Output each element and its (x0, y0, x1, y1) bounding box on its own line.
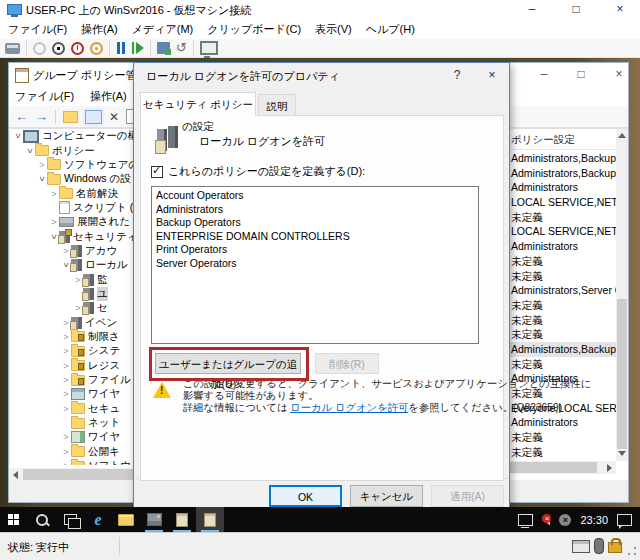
delete-icon[interactable]: ✕ (109, 110, 119, 124)
resume-icon[interactable] (132, 42, 144, 54)
list-vertical-scrollbar[interactable] (616, 129, 628, 461)
start-button[interactable] (0, 507, 28, 532)
policy-help-link[interactable]: ローカル ログオンを許可 (290, 402, 408, 413)
tree-item[interactable]: >アカウ (10, 244, 140, 258)
policy-setting-row[interactable]: LOCAL SERVICE,NETWO (507, 195, 617, 210)
policy-setting-row[interactable]: 未定義 (507, 298, 617, 313)
tree-item[interactable]: >展開された (10, 215, 140, 229)
policy-setting-row[interactable]: 未定義 (507, 254, 617, 269)
revert-icon[interactable]: ↺ (176, 42, 187, 54)
cancel-button[interactable]: キャンセル (350, 485, 423, 507)
tree-item[interactable]: >システ (10, 344, 140, 358)
policy-setting-row[interactable]: 未定義 (507, 269, 617, 284)
menu-item[interactable]: ヘルプ(H) (366, 22, 415, 37)
define-policy-checkbox[interactable] (151, 166, 163, 178)
tree-item[interactable]: >ワイヤ (10, 430, 140, 444)
scroll-right-icon[interactable] (607, 464, 612, 472)
policy-setting-row[interactable]: 未定義 (507, 357, 617, 372)
member-list-item[interactable]: Server Operators (152, 257, 478, 271)
scrollbar-thumb[interactable] (617, 299, 627, 449)
network-icon[interactable] (518, 514, 533, 526)
policy-setting-row[interactable]: Administrators (507, 415, 617, 430)
action-center-icon[interactable] (617, 514, 632, 526)
chevron-right-icon[interactable]: > (61, 375, 71, 385)
tree-item[interactable]: >レジス (10, 359, 140, 373)
tree-item[interactable]: >ソフトウ (10, 459, 140, 465)
chevron-down-icon[interactable]: > (37, 174, 47, 184)
save-state-icon[interactable] (90, 42, 103, 55)
list-horizontal-scrollbar[interactable] (507, 461, 616, 474)
tree-item[interactable]: >監 (10, 272, 140, 286)
chevron-right-icon[interactable]: > (61, 432, 71, 442)
member-list-item[interactable]: Print Operators (152, 243, 478, 257)
member-list-item[interactable]: Account Operators (152, 189, 478, 203)
tree-item[interactable]: >イベン (10, 315, 140, 329)
enhanced-session-icon[interactable] (200, 41, 218, 55)
tree-item[interactable]: ネット (10, 416, 140, 430)
gpo-editor-taskbar-button[interactable] (196, 507, 224, 532)
tree-item[interactable]: ユ (10, 287, 140, 301)
menu-item[interactable]: メディア(M) (132, 22, 194, 37)
gpmc-button[interactable] (168, 507, 196, 532)
scrollbar-thumb[interactable] (23, 469, 135, 480)
task-view-button[interactable] (56, 507, 84, 532)
tree-item[interactable]: >名前解決 (10, 186, 140, 200)
menu-item[interactable]: 操作(A) (90, 89, 127, 104)
chevron-right-icon[interactable]: > (61, 361, 71, 371)
chevron-right-icon[interactable]: > (49, 189, 59, 199)
tab-description[interactable]: 説明 (258, 94, 296, 116)
forward-icon[interactable]: → (35, 110, 48, 124)
tree-item[interactable]: スクリプト ( (10, 201, 140, 215)
policy-setting-row[interactable]: 未定義 (507, 327, 617, 342)
chevron-right-icon[interactable]: > (49, 217, 59, 227)
policy-setting-row[interactable]: Administrators,Server C (507, 283, 617, 298)
ok-button[interactable]: OK (269, 485, 342, 507)
policy-setting-row[interactable]: 未定義 (507, 210, 617, 225)
vm-maximize-button[interactable]: □ (560, 0, 592, 20)
shut-down-icon[interactable] (71, 42, 84, 55)
tree-item[interactable]: >ソフトウェアの設 (10, 158, 140, 172)
server-manager-button[interactable] (140, 507, 168, 532)
tree-item[interactable]: >ワイヤ (10, 387, 140, 401)
help-icon[interactable]: ? (442, 66, 472, 86)
member-list-item[interactable]: ENTERPRISE DOMAIN CONTROLLERS (152, 230, 478, 244)
taskbar-clock[interactable]: 23:30 (580, 514, 608, 526)
gpo-close-button[interactable]: × (605, 65, 633, 85)
chevron-right-icon[interactable]: > (61, 332, 71, 342)
chevron-right-icon[interactable]: > (61, 461, 71, 465)
turn-off-icon[interactable] (52, 42, 65, 55)
chevron-right-icon[interactable]: > (61, 389, 71, 399)
scroll-up-icon[interactable] (618, 133, 626, 138)
policy-setting-row[interactable]: Administrators (507, 239, 617, 254)
policy-setting-row[interactable]: Administrators,Backup (507, 151, 617, 166)
status-x-icon[interactable]: × (559, 514, 571, 526)
up-folder-icon[interactable] (63, 111, 78, 123)
menu-item[interactable]: ファイル(F) (15, 89, 74, 104)
policy-setting-row[interactable]: Administrators,Backup (507, 342, 617, 357)
scroll-down-icon[interactable] (618, 451, 626, 456)
tree-item[interactable]: >公開キ (10, 445, 140, 459)
power-on-icon[interactable] (33, 42, 46, 55)
tree-item[interactable]: >セ (10, 301, 140, 315)
chevron-down-icon[interactable]: > (25, 146, 35, 156)
policy-setting-row[interactable]: 未定義 (507, 313, 617, 328)
internet-explorer-button[interactable]: e (84, 507, 112, 532)
ctrl-alt-del-icon[interactable] (5, 43, 20, 54)
checkpoint-icon[interactable] (157, 42, 170, 54)
gpo-minimize-button[interactable]: – (530, 65, 558, 85)
back-icon[interactable]: ← (15, 110, 28, 124)
menu-item[interactable]: クリップボード(C) (207, 22, 301, 37)
members-listbox[interactable]: Account OperatorsAdministratorsBackup Op… (151, 186, 479, 344)
vm-minimize-button[interactable]: – (516, 0, 548, 20)
resize-grip[interactable] (628, 547, 636, 555)
tree-item[interactable]: >ポリシー (10, 143, 140, 157)
tree-item[interactable]: >セキュ (10, 402, 140, 416)
dialog-close-icon[interactable]: × (477, 66, 507, 86)
tree-horizontal-scrollbar[interactable] (10, 468, 141, 481)
tree-item[interactable]: >セキュリティ (10, 229, 140, 243)
pause-icon[interactable] (116, 42, 126, 54)
vm-close-button[interactable]: × (604, 0, 636, 20)
scrollbar-thumb[interactable] (509, 462, 597, 473)
chevron-down-icon[interactable]: > (13, 131, 23, 141)
tree-item[interactable]: >Windows の設 (10, 172, 140, 186)
